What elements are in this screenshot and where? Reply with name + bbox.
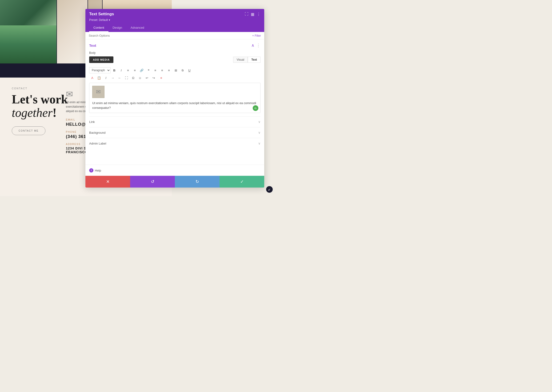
admin-label-title: Admin Label [89, 142, 106, 145]
editor-image [92, 86, 104, 98]
redo-action-button[interactable]: ↻ [175, 176, 219, 188]
panel-preset[interactable]: Preset: Default ▾ [89, 18, 261, 22]
link-section-header[interactable]: Link ∨ [89, 120, 261, 124]
paragraph-select[interactable]: Paragraph [89, 67, 111, 73]
indent-button[interactable]: → [110, 75, 116, 81]
align-left-button[interactable]: ≡ [152, 67, 158, 73]
admin-label-chevron-icon: ∨ [258, 141, 261, 146]
contact-heading-suffix: ! [52, 106, 57, 119]
blockquote-button[interactable]: ❝ [145, 67, 152, 73]
cancel-button[interactable]: ✕ [85, 176, 130, 188]
contact-heading-line2: together [12, 106, 52, 119]
link-button[interactable]: 🔗 [138, 67, 145, 73]
help-label[interactable]: Help [95, 169, 101, 172]
text-section-header: Text ∧ ⋮ [89, 43, 261, 48]
editor-area[interactable]: Ut enim ad minima veniam, quis nostrum e… [89, 83, 261, 113]
contact-me-button[interactable]: CONTACT ME [12, 126, 45, 135]
section-collapse-icon[interactable]: ∧ [251, 43, 254, 48]
add-media-button[interactable]: ADD MEDIA [89, 56, 113, 63]
contact-heading-line1: Let's work [12, 93, 68, 106]
link-chevron-icon: ∨ [258, 120, 261, 124]
editor-text-content: Ut enim ad minima veniam, quis nostrum e… [89, 101, 260, 113]
background-section-header[interactable]: Background ∨ [89, 131, 261, 135]
background-chevron-icon: ∨ [258, 131, 261, 135]
visual-view-button[interactable]: Visual [233, 57, 248, 63]
media-toggle-row: ADD MEDIA Visual Text [89, 56, 261, 65]
table-button[interactable]: ⊞ [173, 67, 179, 73]
save-button[interactable]: ✓ [219, 176, 264, 188]
tab-content[interactable]: Content [89, 24, 109, 32]
grammarly-icon: G [253, 105, 258, 111]
admin-label-section-header[interactable]: Admin Label ∨ [89, 141, 261, 146]
emoji-button[interactable]: ☺ [137, 75, 143, 81]
more-icon[interactable]: ⋮ [257, 12, 261, 16]
align-center-button[interactable]: ≡ [159, 67, 165, 73]
action-bar: ✕ ↺ ↻ ✓ [85, 176, 264, 188]
text-color-button[interactable]: A [89, 75, 95, 81]
panel-header-top: Text Settings ⛶ ▦ ⋮ [89, 12, 261, 16]
redo-button[interactable]: ↪ [151, 75, 157, 81]
ordered-list-button[interactable]: ≡ [132, 67, 138, 73]
divi-modules-button[interactable]: ⊗ [157, 75, 165, 81]
strikethrough-button[interactable]: S [180, 67, 186, 73]
special-chars-button[interactable]: Ω [130, 75, 136, 81]
gallery-image-1 [0, 0, 57, 63]
background-section-title: Background [89, 131, 105, 134]
section-more-icon[interactable]: ⋮ [256, 43, 261, 48]
italic-button[interactable]: I [118, 67, 124, 73]
copy-paste-button[interactable]: 📋 [96, 75, 102, 81]
panel-title: Text Settings [89, 12, 114, 16]
help-section: ? Help [85, 165, 264, 176]
tab-design[interactable]: Design [109, 24, 126, 32]
unordered-list-button[interactable]: ≡ [125, 67, 131, 73]
panel-search-bar: + Filter [85, 32, 264, 40]
gallery-image-2 [57, 0, 87, 63]
text-view-button[interactable]: Text [248, 57, 261, 63]
admin-label-section: Admin Label ∨ [89, 138, 261, 149]
link-section: Link ∨ [89, 116, 261, 127]
fullscreen-icon[interactable]: ⛶ [245, 12, 248, 16]
search-input[interactable] [89, 34, 252, 37]
tab-advanced[interactable]: Advanced [126, 24, 148, 32]
background-section: Background ∨ [89, 127, 261, 138]
back-arrow-button[interactable]: ↙ [266, 186, 273, 193]
panel-header-icons: ⛶ ▦ ⋮ [245, 12, 261, 16]
link-section-title: Link [89, 120, 95, 124]
envelope-icon [66, 89, 75, 97]
align-right-button[interactable]: ≡ [166, 67, 172, 73]
section-title-text: Text [89, 43, 96, 48]
panel-body: Text ∧ ⋮ Body ADD MEDIA Visual Text Para… [85, 40, 264, 165]
fullscreen-editor-button[interactable]: ⛶ [123, 75, 129, 81]
outdent-button[interactable]: ← [116, 75, 123, 81]
italic2-button[interactable]: I [103, 75, 109, 81]
help-icon: ? [89, 168, 94, 173]
body-label: Body [89, 51, 261, 55]
reset-button[interactable]: ↺ [130, 176, 175, 188]
toolbar-row-2: A 📋 I → ← ⛶ Ω ☺ ↩ ↪ ⊗ [89, 75, 261, 81]
section-controls: ∧ ⋮ [251, 43, 261, 48]
settings-panel: Text Settings ⛶ ▦ ⋮ Preset: Default ▾ Co… [85, 9, 264, 188]
panel-header: Text Settings ⛶ ▦ ⋮ Preset: Default ▾ Co… [85, 9, 264, 32]
filter-button[interactable]: + Filter [252, 34, 261, 37]
bold-button[interactable]: B [111, 67, 117, 73]
toolbar-row-1: Paragraph B I ≡ ≡ 🔗 ❝ ≡ ≡ ≡ ⊞ S U [89, 67, 261, 73]
columns-icon[interactable]: ▦ [251, 12, 254, 16]
view-toggle: Visual Text [233, 57, 261, 63]
undo-button[interactable]: ↩ [144, 75, 150, 81]
panel-tabs: Content Design Advanced [89, 24, 261, 32]
underline-button[interactable]: U [186, 67, 192, 73]
